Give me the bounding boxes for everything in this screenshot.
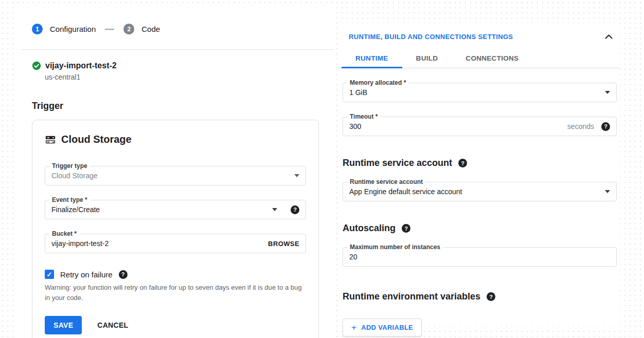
help-glyph: ? [404, 226, 408, 232]
service-account-select[interactable]: Runtime service account App Engine defau… [343, 182, 617, 201]
cloud-storage-icon [45, 134, 56, 145]
max-instances-field[interactable]: Maximum number of instances [343, 247, 617, 267]
dropdown-arrow-icon[interactable] [605, 190, 610, 193]
function-region: us-central1 [45, 73, 333, 81]
tab-runtime[interactable]: RUNTIME [342, 49, 402, 68]
step-separator [105, 29, 114, 30]
settings-tabs: RUNTIME BUILD CONNECTIONS [338, 49, 620, 68]
browse-button[interactable]: BROWSE [268, 240, 299, 248]
event-type-label: Event type * [49, 196, 90, 203]
timeout-help-icon[interactable]: ? [601, 122, 610, 131]
add-variable-button[interactable]: + ADD VARIABLE [343, 318, 422, 336]
settings-header-title[interactable]: RUNTIME, BUILD AND CONNECTIONS SETTINGS [349, 33, 513, 41]
dropdown-arrow-icon[interactable] [605, 91, 610, 94]
retry-checkbox[interactable]: ✓ [45, 270, 54, 279]
event-type-select[interactable]: Event type * Finalize/Create ? [45, 200, 306, 219]
retry-warning-text: Warning: your function will retry on fai… [45, 283, 305, 303]
help-glyph: ? [604, 123, 607, 129]
service-account-heading: Runtime service account [343, 158, 452, 168]
step-2-label[interactable]: Code [141, 25, 160, 33]
autoscaling-help-icon[interactable]: ? [402, 224, 410, 233]
step-1-label[interactable]: Configuration [50, 25, 96, 33]
max-instances-label: Maximum number of instances [347, 243, 443, 251]
timeout-field[interactable]: Timeout * seconds ? [343, 117, 617, 136]
service-account-label: Runtime service account [347, 178, 425, 185]
autoscaling-heading: Autoscaling [343, 223, 396, 234]
stepper-divider [22, 49, 333, 50]
tab-build[interactable]: BUILD [402, 49, 452, 68]
trigger-type-select[interactable]: Trigger type Cloud Storage [45, 166, 306, 185]
trigger-card-title: Cloud Storage [61, 134, 132, 145]
env-vars-heading: Runtime environment variables [343, 291, 480, 302]
dropdown-arrow-icon[interactable] [272, 208, 277, 211]
plus-icon: + [351, 323, 356, 332]
service-account-help-icon[interactable]: ? [458, 159, 467, 167]
timeout-label: Timeout * [347, 113, 380, 120]
save-button[interactable]: SAVE [45, 316, 82, 334]
checkmark-icon: ✓ [47, 271, 52, 278]
service-account-value: App Engine default service account [349, 187, 605, 196]
stepper: 1 Configuration 2 Code [15, 4, 333, 34]
configuration-panel: 1 Configuration 2 Code vijay-import-test… [15, 4, 333, 338]
bucket-label: Bucket * [49, 230, 79, 237]
max-instances-input[interactable] [349, 253, 610, 261]
settings-header[interactable]: RUNTIME, BUILD AND CONNECTIONS SETTINGS [338, 23, 620, 41]
bucket-input[interactable] [51, 239, 268, 248]
trigger-type-value: Cloud Storage [51, 172, 294, 180]
success-check-icon [32, 61, 41, 70]
step-2-number: 2 [127, 26, 131, 33]
help-glyph: ? [489, 294, 493, 300]
chevron-up-icon[interactable] [605, 34, 613, 39]
bucket-field[interactable]: Bucket * BROWSE [45, 234, 306, 253]
step-2-indicator[interactable]: 2 [123, 24, 134, 34]
timeout-suffix: seconds [567, 122, 594, 130]
event-type-help-icon[interactable]: ? [291, 205, 299, 214]
memory-allocated-value: 1 GiB [349, 88, 605, 97]
event-type-value: Finalize/Create [51, 205, 272, 214]
dropdown-arrow-icon[interactable] [294, 174, 299, 177]
retry-help-icon[interactable]: ? [119, 270, 128, 279]
step-1-indicator[interactable]: 1 [32, 24, 43, 34]
tab-connections[interactable]: CONNECTIONS [452, 49, 532, 68]
retry-label[interactable]: Retry on failure [60, 270, 113, 279]
help-glyph: ? [461, 160, 464, 166]
trigger-type-label: Trigger type [49, 162, 90, 170]
help-glyph: ? [293, 206, 297, 213]
timeout-input[interactable] [349, 122, 567, 130]
cancel-button[interactable]: CANCEL [97, 321, 128, 329]
function-name: vijay-import-test-2 [45, 61, 117, 70]
help-glyph: ? [121, 271, 125, 277]
settings-panel: RUNTIME, BUILD AND CONNECTIONS SETTINGS … [338, 23, 620, 326]
trigger-section-heading: Trigger [32, 101, 333, 111]
trigger-card: Cloud Storage Trigger type Cloud Storage… [32, 120, 319, 338]
memory-allocated-select[interactable]: Memory allocated * 1 GiB [343, 83, 617, 102]
memory-allocated-label: Memory allocated * [347, 79, 408, 86]
step-1-number: 1 [35, 26, 39, 33]
env-vars-help-icon[interactable]: ? [487, 292, 495, 301]
add-variable-label: ADD VARIABLE [361, 324, 413, 331]
